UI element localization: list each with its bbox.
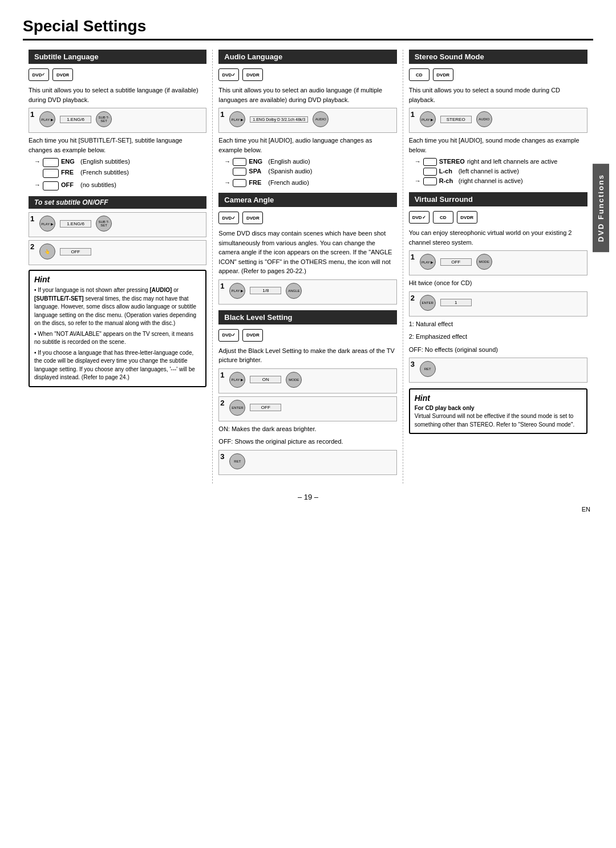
subtitle-item-off: → OFF (no subtitles) (34, 181, 206, 190)
subtitle-item-eng: → ENG (English subtitles) (34, 158, 206, 167)
stereo-step1: 1 PLAY ▶ STEREO AUDIO (409, 108, 587, 133)
virtual-play-btn: PLAY ▶ (420, 254, 436, 270)
subtitle-hint-text1: • If your language is not shown after pr… (34, 286, 201, 328)
fre-icon (43, 169, 59, 178)
camera-icon-row: DVD✓ DVDR (218, 212, 396, 224)
audio-spa-badge (233, 168, 246, 176)
black-step2-inner: ENTER OFF (229, 400, 391, 416)
subtitle-hint-title: Hint (34, 275, 201, 284)
audio-spa-label: SPA (249, 168, 266, 175)
black-screen2: OFF (250, 404, 281, 411)
subtitle-icon-row: DVD✓ DVDR (29, 68, 206, 81)
rch-badge (423, 177, 437, 185)
audio-eng-desc: (English audio) (268, 158, 310, 165)
camera-angle-header: Camera Angle (218, 193, 396, 207)
virtual-dvdr-icon: DVDR (457, 211, 477, 224)
page-footer: – 19 – (23, 493, 593, 501)
stereo-items: → STEREO right and left channels are act… (415, 158, 587, 185)
stereo-play-btn: PLAY ▶ (420, 111, 436, 127)
lch-label: L-ch (439, 168, 456, 175)
black-description: Adjust the Black Level Setting to make t… (218, 346, 396, 365)
audio-description: This unit allows you to select an audio … (218, 86, 396, 104)
lch-desc: (left channel is active) (459, 168, 519, 175)
virtual-mode-btn: MODE (476, 254, 492, 270)
camera-step1-inner: PLAY ▶ 1/8 ANGLE (229, 283, 391, 299)
audio-eng-arrow: → (224, 158, 230, 165)
virtual-enter-btn: ENTER (420, 295, 436, 311)
black-play-btn: PLAY ▶ (229, 372, 245, 388)
set-step2-btn: 👆 (39, 244, 55, 259)
set-step2-num: 2 (30, 242, 34, 251)
virtual-step1-num: 1 (411, 253, 415, 261)
audio-column: Audio Language DVD✓ DVDR This unit allow… (213, 50, 403, 484)
stereo-item-lch: → L-ch (left channel is active) (415, 168, 587, 176)
audio-step1-inner: PLAY ▶ 1.ENG Dolby D 3/2.1ch 48k/3 AUDIO (229, 111, 391, 127)
virtual-note3: OFF: No effects (original sound) (409, 345, 587, 355)
set-subtitle-step1: 1 PLAY ▶ 1.ENG/6 SUB T-SET (29, 212, 206, 237)
set-step1-num: 1 (30, 214, 34, 223)
subtitle-hint-box: Hint • If your language is not shown aft… (29, 270, 206, 387)
virtual-surround-header: Virtual Surround (409, 192, 587, 206)
rch-label: R-ch (439, 177, 456, 184)
eng-desc: (English subtitles) (80, 158, 130, 165)
subtitle-description: This unit allows you to select a subtitl… (29, 86, 206, 104)
step1-number: 1 (30, 110, 34, 119)
off-label: OFF (61, 181, 78, 188)
audio-item-eng: → ENG (English audio) (224, 158, 396, 166)
off-bullet: → (34, 181, 40, 188)
audio-icon-row: DVD✓ DVDR (218, 68, 396, 81)
black-return-btn: RET (229, 453, 245, 469)
subtitle-items: → ENG (English subtitles) → FRE (French … (34, 158, 206, 190)
dvdr-icon: DVDR (52, 68, 73, 81)
camera-dvd-icon: DVD✓ (218, 212, 239, 224)
audio-item-spa: → SPA (Spanish audio) (224, 168, 396, 176)
audio-fre-label: FRE (249, 179, 266, 186)
virtual-step1-note: Hit twice (once for CD) (409, 278, 587, 288)
stereo-cd-icon: CD (409, 68, 429, 81)
subtitle-step1-note: Each time you hit [SUBTITLE/T-SET], subt… (29, 136, 206, 155)
virtual-step2-num: 2 (411, 294, 415, 302)
black-enter-btn: ENTER (229, 400, 245, 416)
virtual-note1: 1: Natural effect (409, 319, 587, 329)
camera-screen1: 1/8 (250, 287, 281, 294)
off-icon (43, 181, 59, 190)
fre-label: FRE (61, 169, 78, 176)
virtual-step1-inner: PLAY ▶ OFF MODE (420, 254, 582, 270)
off-desc: (no subtitles) (80, 181, 116, 188)
subtitle-language-header: Subtitle Language (29, 50, 206, 64)
stereo-screen1: STEREO (440, 116, 472, 123)
camera-step1: 1 PLAY ▶ 1/8 ANGLE (218, 279, 396, 305)
black-level-header: Black Level Setting (218, 310, 396, 324)
black-step2-num: 2 (220, 399, 224, 407)
virtual-screen1: OFF (440, 258, 472, 266)
eng-label: ENG (61, 158, 78, 165)
fre-desc: (French subtitles) (80, 169, 129, 176)
virtual-step2-inner: ENTER 1 (420, 295, 582, 311)
rch-desc: (right channel is active) (459, 177, 523, 184)
subtitle-screen1: 1.ENG/6 (60, 116, 91, 123)
audio-step1: 1 PLAY ▶ 1.ENG Dolby D 3/2.1ch 48k/3 AUD… (218, 108, 396, 133)
audio-fre-desc: (French audio) (268, 179, 309, 186)
audio-fre-badge (233, 179, 246, 187)
audio-spa-desc: (Spanish audio) (268, 168, 312, 175)
subtitle-step1: 1 PLAY ▶ 1.ENG/6 SUB T-SET (29, 108, 206, 133)
audio-eng-label: ENG (249, 158, 266, 165)
subtitle-language-section: Subtitle Language DVD✓ DVDR This unit al… (23, 50, 213, 484)
set-play-btn: PLAY ▶ (39, 216, 55, 232)
virtual-icon-row: DVD✓ CD DVDR (409, 211, 587, 224)
dvd-functions-tab: DVD Functions (593, 164, 609, 252)
audio-step1-note: Each time you hit [AUDIO], audio languag… (218, 136, 396, 155)
camera-dvdr-icon: DVDR (242, 212, 263, 224)
set-step1-inner: PLAY ▶ 1.ENG/6 SUB T-SET (39, 216, 201, 232)
stereo-audio-btn: AUDIO (476, 111, 492, 127)
black-screen1: ON (250, 376, 281, 383)
black-dvdr-icon: DVDR (242, 329, 263, 342)
stereo-step1-inner: PLAY ▶ STEREO AUDIO (420, 111, 582, 127)
virtual-cd-icon: CD (433, 211, 453, 224)
set-subtitle-header: To set subtitle ON/OFF (29, 196, 206, 209)
virtual-hint-title: Hint (415, 393, 582, 403)
audio-item-fre: → FRE (French audio) (224, 179, 396, 187)
eng-icon (43, 158, 59, 167)
black-step2: 2 ENTER OFF (218, 396, 396, 421)
virtual-step3-num: 3 (411, 360, 415, 368)
